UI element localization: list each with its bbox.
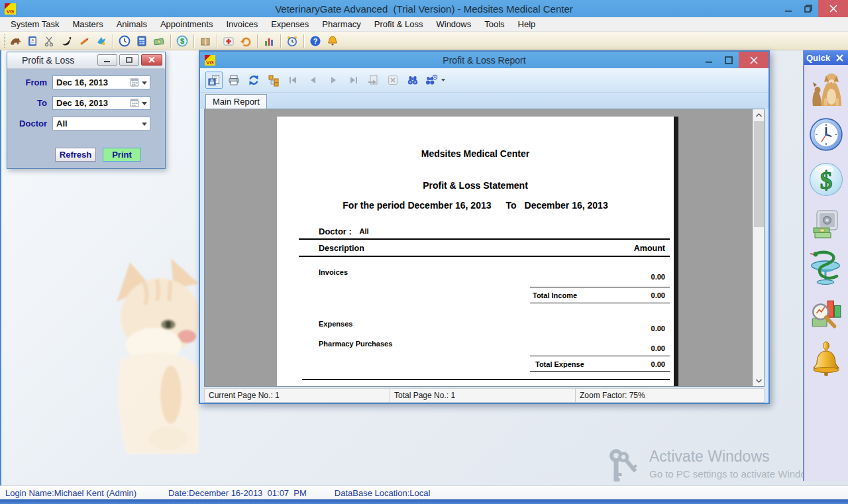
period-to: December 16, 2013 xyxy=(525,200,608,211)
refresh-icon xyxy=(247,74,260,87)
dropdown-arrow-icon[interactable] xyxy=(142,81,147,85)
main-titlebar: VG VeterinaryGate Advanced (Trial Versio… xyxy=(0,0,848,17)
scroll-down-icon[interactable] xyxy=(753,375,765,386)
first-page-button[interactable] xyxy=(285,72,302,89)
refresh-report-button[interactable] xyxy=(245,72,262,89)
report-rule xyxy=(530,356,670,356)
close-button[interactable] xyxy=(818,0,848,17)
animals-icon[interactable] xyxy=(7,33,23,49)
menu-appointments[interactable]: Appointments xyxy=(154,17,220,32)
dropdown-arrow-icon[interactable] xyxy=(142,102,147,105)
restore-button[interactable] xyxy=(798,0,818,17)
report-statusbar: Current Page No.: 1 Total Page No.: 1 Zo… xyxy=(204,388,765,403)
print-button[interactable]: Print xyxy=(103,148,141,162)
row-label: Pharmacy Purchases xyxy=(319,340,392,348)
previous-page-icon xyxy=(307,74,319,86)
quick-reminders-button[interactable] xyxy=(808,339,845,380)
quick-pharmacy-button[interactable] xyxy=(808,249,845,290)
chart-icon[interactable] xyxy=(261,33,277,49)
close-icon xyxy=(829,5,837,13)
menu-expenses[interactable]: Expenses xyxy=(264,17,315,32)
find-button[interactable] xyxy=(404,72,421,89)
billing-calculator-icon[interactable] xyxy=(134,33,150,49)
menu-windows[interactable]: Windows xyxy=(429,17,478,32)
dialog-close-button[interactable] xyxy=(141,54,162,66)
menu-masters[interactable]: Masters xyxy=(66,17,109,32)
zoom-icon xyxy=(425,74,447,87)
report-scrollbar[interactable] xyxy=(753,109,764,386)
report-rule xyxy=(530,287,670,287)
report-minimize-button[interactable] xyxy=(699,52,719,68)
report-period-line: For the periodDecember 16, 2013ToDecembe… xyxy=(277,200,674,211)
to-date-field[interactable]: Dec 16, 2013 xyxy=(52,96,150,110)
calendar-icon[interactable] xyxy=(131,78,139,87)
minimize-button[interactable] xyxy=(778,0,798,17)
menu-invoices[interactable]: Invoices xyxy=(219,17,264,32)
next-page-button[interactable] xyxy=(325,72,342,89)
quick-reports-button[interactable] xyxy=(808,294,845,335)
calendar-icon[interactable] xyxy=(131,99,139,107)
cancel-icon xyxy=(387,74,399,86)
quick-expenses-button[interactable] xyxy=(808,204,845,245)
address-book-icon[interactable] xyxy=(25,33,40,49)
appointments-clock-icon[interactable] xyxy=(117,33,132,49)
toggle-group-tree-button[interactable] xyxy=(265,72,282,89)
cancel-button[interactable] xyxy=(384,72,401,89)
menu-pharmacy[interactable]: Pharmacy xyxy=(315,17,368,32)
bird-icon[interactable] xyxy=(59,33,75,49)
paint-bird-icon[interactable] xyxy=(93,33,109,49)
help-icon[interactable]: ? xyxy=(307,33,323,49)
pen-icon[interactable] xyxy=(76,33,92,49)
report-viewport[interactable]: Medsites Medical Center Profit & Loss St… xyxy=(204,109,765,387)
quick-appointments-button[interactable] xyxy=(808,114,845,155)
total-pages-status: Total Page No.: 1 xyxy=(390,389,576,402)
dialog-minimize-button[interactable] xyxy=(97,54,117,66)
close-icon xyxy=(836,54,843,62)
report-doctor-value: All xyxy=(359,227,368,235)
goto-page-button[interactable] xyxy=(364,72,382,89)
from-date-field[interactable]: Dec 16, 2013 xyxy=(52,76,150,89)
pharmacy-bowl-snake-icon xyxy=(808,250,845,289)
menu-help[interactable]: Help xyxy=(511,17,543,32)
doctor-select[interactable]: All xyxy=(52,117,150,130)
quick-pets-button[interactable] xyxy=(808,69,845,110)
from-date-value: Dec 16, 2013 xyxy=(56,77,108,87)
last-page-button[interactable] xyxy=(344,72,362,89)
quick-money-button[interactable]: $ xyxy=(808,159,845,200)
money-note-icon[interactable] xyxy=(151,33,167,49)
toolbar-separator xyxy=(113,34,113,48)
alarm-icon[interactable] xyxy=(284,33,300,49)
row-label: Invoices xyxy=(319,268,348,276)
quick-panel-title: Quick xyxy=(806,53,830,63)
row-amount: 0.00 xyxy=(651,273,665,281)
period-prefix: For the period xyxy=(343,200,405,211)
quick-panel-close-button[interactable] xyxy=(833,52,845,64)
menu-animals[interactable]: Animals xyxy=(110,17,154,32)
dialog-maximize-button[interactable] xyxy=(119,54,139,66)
toolbar-grip[interactable] xyxy=(2,34,7,48)
menu-tools[interactable]: Tools xyxy=(478,17,511,32)
grooming-scissors-icon[interactable] xyxy=(42,33,58,49)
previous-page-button[interactable] xyxy=(305,72,322,89)
package-icon[interactable] xyxy=(197,33,213,49)
print-report-button[interactable] xyxy=(225,72,242,89)
refresh-button[interactable]: Refresh xyxy=(55,148,96,162)
dollar-coin-icon[interactable]: $ xyxy=(174,33,190,49)
report-maximize-button[interactable] xyxy=(719,52,739,68)
medicine-icon[interactable] xyxy=(221,33,237,49)
scrollbar-thumb[interactable] xyxy=(754,121,764,227)
status-login: Login Name:Michael Kent (Admin) xyxy=(5,488,136,498)
export-button[interactable] xyxy=(205,72,223,89)
row-label: Expenses xyxy=(319,320,352,328)
menu-system-task[interactable]: System Task xyxy=(4,17,66,32)
zoom-button[interactable] xyxy=(424,72,448,89)
reminder-bell-icon[interactable] xyxy=(325,33,341,49)
report-rule xyxy=(299,256,670,257)
report-close-button[interactable] xyxy=(739,52,768,68)
maximize-icon xyxy=(126,57,132,63)
status-database: DataBase Location:Local xyxy=(335,488,431,498)
scroll-up-icon[interactable] xyxy=(753,109,765,121)
undo-icon[interactable] xyxy=(238,33,254,49)
tab-main-report[interactable]: Main Report xyxy=(205,94,267,109)
menu-profit-loss[interactable]: Profit & Loss xyxy=(368,17,430,32)
